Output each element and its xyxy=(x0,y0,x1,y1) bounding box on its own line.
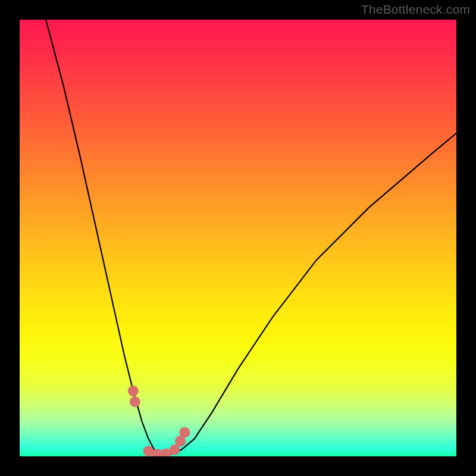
bottleneck-curve xyxy=(46,20,456,454)
marker-point xyxy=(179,427,190,438)
marker-point xyxy=(130,396,140,407)
plot-area xyxy=(20,20,456,456)
chart-svg xyxy=(20,20,456,456)
highlighted-points xyxy=(128,386,190,456)
watermark-text: TheBottleneck.com xyxy=(361,2,470,17)
marker-point xyxy=(128,386,139,396)
